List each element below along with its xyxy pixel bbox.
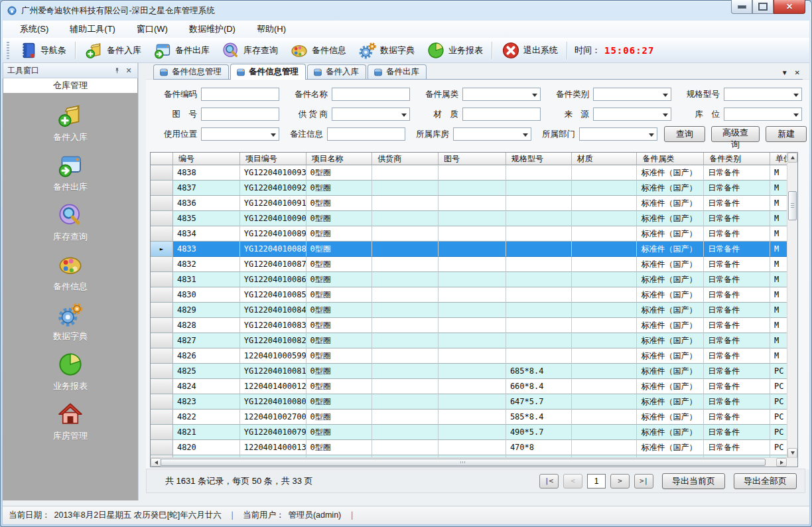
field-dropdown[interactable] — [332, 108, 410, 121]
column-header[interactable]: 项目编号 — [240, 153, 306, 165]
table-row[interactable]: 4838YG122040100930型圈标准件（国产）日常备件M — [151, 165, 787, 181]
sidebar-item-outbound[interactable]: 备件出库 — [53, 152, 88, 193]
field-dropdown[interactable] — [724, 88, 802, 101]
field-dropdown[interactable] — [579, 127, 657, 141]
page-number-input[interactable] — [587, 474, 606, 489]
row-selector[interactable] — [151, 364, 173, 379]
horizontal-scrollbar[interactable] — [151, 457, 797, 467]
row-selector[interactable] — [151, 379, 173, 394]
menu-item-system[interactable]: 系统(S) — [9, 21, 59, 38]
row-selector[interactable] — [151, 211, 173, 226]
sidebar-item-partinfo[interactable]: 备件信息 — [53, 252, 88, 293]
close-button[interactable]: ✕ — [774, 0, 805, 14]
table-row[interactable]: 4829YG122040100840型圈标准件（国产）日常备件M — [151, 303, 787, 318]
export-all-pages-button[interactable]: 导出全部页 — [734, 473, 797, 489]
column-header[interactable]: 规格型号 — [506, 153, 572, 165]
table-row[interactable]: 482412204014000120型圈660*8.4标准件（国产）日常备件PC — [151, 379, 787, 394]
scroll-left-button[interactable] — [151, 458, 161, 467]
menu-item-window[interactable]: 窗口(W) — [126, 21, 178, 38]
table-row[interactable]: 4823YG122040100800型圈647*5.7标准件（国产）日常备件PC — [151, 394, 787, 410]
row-selector[interactable] — [151, 348, 173, 364]
field-dropdown[interactable] — [453, 127, 531, 141]
tab-list-dropdown-icon[interactable]: ▼ — [781, 69, 788, 76]
column-header[interactable]: 项目名称 — [306, 153, 373, 165]
field-dropdown[interactable] — [593, 108, 671, 121]
field-input[interactable] — [462, 108, 541, 121]
table-row[interactable]: 4827YG122040100820型圈标准件（国产）日常备件M — [151, 333, 787, 348]
table-row[interactable]: 482212204010027000型圈585*8.4标准件（国产）日常备件PC — [151, 410, 787, 425]
toolbar-button-inbound[interactable]: 备件入库 — [79, 40, 147, 61]
row-selector[interactable] — [151, 287, 173, 303]
column-header[interactable]: 材质 — [572, 153, 638, 165]
row-selector[interactable] — [151, 226, 173, 242]
prev-page-button[interactable]: < — [563, 474, 582, 489]
row-selector[interactable] — [151, 318, 173, 333]
toolbar-button-partinfo[interactable]: 备件信息 — [284, 40, 352, 61]
table-row[interactable]: 4836YG122040100910型圈标准件（国产）日常备件M — [151, 196, 787, 211]
first-page-button[interactable]: |< — [539, 474, 559, 489]
table-row[interactable]: 4832YG122040100870型圈标准件（国产）日常备件M — [151, 257, 787, 272]
sidebar-item-inbound[interactable]: 备件入库 — [53, 102, 88, 143]
toolbar-button-report[interactable]: 业务报表 — [421, 40, 489, 61]
row-selector[interactable] — [151, 394, 173, 410]
advanced-search-button[interactable]: 高级查询 — [711, 126, 760, 142]
pin-icon[interactable] — [112, 66, 121, 75]
column-header[interactable]: 图号 — [439, 153, 506, 165]
last-page-button[interactable]: >| — [634, 474, 653, 489]
table-row[interactable]: 4821YG122040100790型圈490*5.7标准件（国产）日常备件PC — [151, 425, 787, 440]
toolbar-button-outbound[interactable]: 备件出库 — [147, 40, 216, 61]
table-row[interactable]: 4837YG122040100920型圈标准件（国产）日常备件M — [151, 181, 787, 196]
horizontal-scroll-thumb[interactable] — [161, 459, 766, 466]
column-header[interactable]: 单位 — [770, 153, 787, 165]
field-dropdown[interactable] — [462, 88, 541, 101]
column-header[interactable]: 供货商 — [372, 153, 439, 165]
table-row[interactable]: 4831YG122040100860型圈标准件（国产）日常备件M — [151, 272, 787, 287]
scroll-up-button[interactable] — [787, 153, 797, 163]
row-selector[interactable] — [151, 196, 173, 211]
row-selector[interactable] — [151, 410, 173, 425]
menu-item-tools[interactable]: 辅助工具(T) — [59, 21, 126, 38]
table-row[interactable]: ►4833YG122040100880型圈标准件（国产）日常备件M — [151, 242, 787, 257]
column-header[interactable]: 编号 — [173, 153, 240, 165]
table-row[interactable]: 482012204014000130型圈470*8标准件（国产）日常备件PC — [151, 440, 787, 455]
search-button[interactable]: 查询 — [664, 126, 705, 142]
row-selector[interactable] — [151, 165, 173, 181]
sidebar-item-dict[interactable]: 数据字典 — [53, 301, 88, 342]
table-row[interactable]: 4830YG122040100850型圈标准件（国产）日常备件M — [151, 287, 787, 303]
toolbar-button-exit[interactable]: 退出系统 — [496, 40, 564, 61]
field-input[interactable] — [327, 127, 405, 141]
row-selector[interactable] — [151, 181, 173, 196]
table-row[interactable]: 4834YG122040100890型圈标准件（国产）日常备件M — [151, 226, 787, 242]
next-page-button[interactable]: > — [610, 474, 630, 489]
toolbar-button-query[interactable]: 库存查询 — [216, 40, 284, 61]
field-dropdown[interactable] — [724, 108, 802, 121]
sidebar-item-house[interactable]: 库房管理 — [53, 401, 88, 442]
row-selector[interactable] — [151, 272, 173, 287]
field-input[interactable] — [201, 108, 279, 121]
field-input[interactable] — [332, 88, 410, 101]
column-header[interactable]: 备件属类 — [637, 153, 704, 165]
menu-item-help[interactable]: 帮助(H) — [246, 21, 297, 38]
column-header[interactable]: 备件类别 — [704, 153, 770, 165]
maximize-button[interactable] — [752, 0, 774, 14]
row-selector[interactable] — [151, 303, 173, 318]
scroll-down-button[interactable] — [787, 448, 797, 458]
field-dropdown[interactable] — [201, 127, 279, 141]
tab-1[interactable]: 备件信息管理 — [230, 64, 306, 80]
row-selector[interactable] — [151, 425, 173, 440]
row-selector[interactable] — [151, 333, 173, 348]
new-button[interactable]: 新建 — [766, 126, 807, 142]
menu-item-data[interactable]: 数据维护(D) — [178, 21, 246, 38]
toolbar-button-navbar[interactable]: 导航条 — [13, 40, 72, 61]
export-current-page-button[interactable]: 导出当前页 — [662, 473, 725, 489]
vertical-scrollbar[interactable] — [787, 153, 797, 458]
toolbar-grip-handle[interactable] — [7, 42, 9, 59]
tab-2[interactable]: 备件入库 — [307, 64, 366, 79]
scroll-right-button[interactable] — [776, 458, 787, 467]
row-selector[interactable] — [151, 257, 173, 272]
table-row[interactable]: 4828YG122040100830型圈标准件（国产）日常备件M — [151, 318, 787, 333]
table-row[interactable]: 482612204010005990型圈标准件（国产）日常备件M — [151, 348, 787, 364]
tab-0[interactable]: 备件信息管理 — [153, 64, 229, 79]
vertical-scroll-thumb[interactable] — [788, 191, 797, 220]
toolbar-button-dict[interactable]: 数据字典 — [352, 40, 421, 61]
